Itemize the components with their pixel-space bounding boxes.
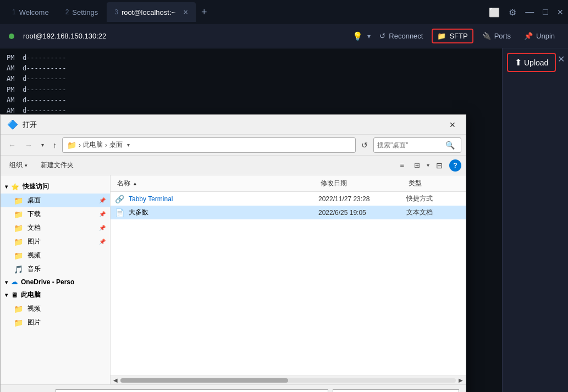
breadcrumb-bar[interactable]: 📁 › 此电脑 › 桌面 ▾	[62, 137, 356, 153]
desktop-pin-icon: 📌	[99, 197, 106, 203]
tab-close-terminal[interactable]: ✕	[183, 9, 188, 16]
filetype-select[interactable]: All Files (*.*) ▾	[333, 389, 459, 392]
pictures-pin-icon: 📌	[99, 239, 106, 245]
search-icon: 🔍	[445, 141, 455, 150]
nav-up-button[interactable]: ↑	[49, 139, 60, 152]
pc-videos-icon: 📁	[14, 305, 23, 313]
close-app-button[interactable]: ✕	[557, 8, 564, 16]
toolbar-right: ≡ ⊞ ▾ ⊟ ?	[396, 159, 461, 172]
sidebar-item-desktop[interactable]: 📁 桌面 📌	[1, 194, 110, 207]
col-date-label: 修改日期	[321, 179, 347, 188]
sidebar-item-documents[interactable]: 📁 文档 📌	[1, 221, 110, 235]
hscroll-left-arrow[interactable]: ◀	[112, 377, 119, 383]
reconnect-icon: ↺	[379, 32, 385, 40]
daduoshu-file-label: 大多数	[129, 208, 148, 217]
dialog-close-button[interactable]: ✕	[446, 119, 459, 130]
documents-folder-icon: 📁	[14, 224, 23, 233]
ports-label: Ports	[494, 32, 511, 40]
new-folder-button[interactable]: 新建文件夹	[36, 159, 78, 172]
pc-label: 此电脑	[21, 290, 41, 300]
col-name[interactable]: 名称 ▲	[115, 178, 318, 189]
hscroll-track[interactable]	[120, 378, 456, 383]
unpin-icon: 📌	[524, 32, 533, 40]
view-toggle-button[interactable]: ≡	[396, 159, 407, 171]
ports-button[interactable]: 🔌 Ports	[478, 30, 515, 42]
dialog-titlebar: 🔷 打开 ✕	[1, 115, 466, 135]
sidebar-item-videos[interactable]: 📁 视频	[1, 249, 110, 262]
sidebar-item-downloads[interactable]: 📁 下载 📌	[1, 207, 110, 221]
tabby-file-label: Tabby Terminal	[129, 195, 173, 203]
hscroll-right-arrow[interactable]: ▶	[457, 377, 465, 383]
downloads-pin-icon: 📌	[99, 211, 106, 217]
file-item-tabby[interactable]: 🔗 Tabby Terminal 2022/11/27 23:28 快捷方式	[111, 192, 466, 206]
dialog-title-text: 打开	[23, 120, 446, 130]
nav-forward-button[interactable]: →	[21, 139, 36, 152]
quick-access-header[interactable]: ▾ ⭐ 快速访问	[1, 180, 110, 194]
pane-toggle-button[interactable]: ⊟	[433, 159, 446, 172]
settings-icon[interactable]: ⚙	[509, 7, 516, 18]
sidebar-item-pictures[interactable]: 📁 图片 📌	[1, 235, 110, 249]
sidebar-item-pc-pictures[interactable]: 📁 图片	[1, 316, 110, 329]
col-sort-icon: ▲	[133, 181, 137, 186]
breadcrumb-dropdown-icon[interactable]: ▾	[127, 142, 130, 148]
upload-button[interactable]: ⬆ Upload	[507, 53, 556, 72]
file-item-daduoshu[interactable]: 📄 大多数 2022/6/25 19:05 文本文档	[111, 206, 466, 219]
nav-dropdown-button[interactable]: ▾	[38, 140, 47, 150]
pc-expand-icon: ▾	[5, 292, 8, 298]
col-type[interactable]: 类型	[406, 178, 461, 189]
hscroll-bar[interactable]: ◀ ▶	[111, 376, 466, 384]
sidebar-item-pc-videos[interactable]: 📁 视频	[1, 302, 110, 316]
upload-close-button[interactable]: ✕	[558, 54, 565, 64]
sidebar-pc-videos-label: 视频	[27, 304, 41, 313]
search-bar[interactable]: 🔍	[373, 137, 461, 153]
help-button[interactable]: ?	[449, 159, 461, 172]
term-line-1: PM d----------	[7, 53, 561, 63]
daduoshu-file-date: 2022/6/25 19:05	[318, 209, 406, 217]
tabby-file-date: 2022/11/27 23:28	[318, 195, 406, 203]
window-icon[interactable]: ⬜	[489, 7, 500, 18]
organize-button[interactable]: 组织 ▾	[5, 159, 32, 172]
file-name-tabby: 🔗 Tabby Terminal	[115, 195, 318, 203]
star-icon: ⭐	[11, 183, 19, 191]
documents-pin-icon: 📌	[99, 225, 106, 231]
view-dropdown-icon[interactable]: ▾	[427, 162, 429, 168]
tab-terminal[interactable]: 3 root@localhost:~ ✕	[107, 2, 196, 22]
nav-back-button[interactable]: ←	[5, 139, 19, 152]
filename-input[interactable]: 大多数 ▾	[56, 389, 328, 392]
search-input[interactable]	[377, 141, 443, 149]
unpin-button[interactable]: 📌 Unpin	[520, 30, 559, 42]
maximize-button[interactable]: □	[543, 7, 548, 17]
term-line-3: AM d----------	[7, 74, 561, 84]
pc-header[interactable]: ▾ 🖥 此电脑	[1, 288, 110, 302]
tab-bar: 1 Welcome 2 Settings 3 root@localhost:~ …	[0, 0, 568, 24]
view-list-button[interactable]: ⊞	[411, 159, 423, 171]
connection-actions: 💡 ▾ ↺ Reconnect 📁 SFTP 🔌 Ports 📌 Unpin	[352, 29, 559, 43]
minimize-button[interactable]: —	[525, 7, 534, 17]
dialog-filelist: 名称 ▲ 修改日期 类型 🔗 Tabby Termin	[111, 175, 466, 384]
col-date[interactable]: 修改日期	[318, 178, 406, 189]
term-line-2: AM d----------	[7, 63, 561, 74]
refresh-button[interactable]: ↺	[358, 139, 371, 152]
tab-label-settings: Settings	[72, 8, 98, 16]
onedrive-header[interactable]: ▾ ☁ OneDrive - Perso	[1, 276, 110, 288]
tab-add-button[interactable]: +	[197, 7, 212, 18]
breadcrumb-sep: ›	[105, 141, 107, 149]
sidebar-item-music[interactable]: 🎵 音乐	[1, 262, 110, 276]
breadcrumb-desktop: 桌面	[109, 140, 123, 150]
tab-label-terminal: root@localhost:~	[122, 8, 175, 16]
tab-actions: ⬜ ⚙ — □ ✕	[489, 7, 564, 18]
connection-host: root@192.168.150.130:22	[23, 32, 106, 40]
bulb-icon[interactable]: 💡	[352, 31, 363, 41]
reconnect-button[interactable]: ↺ Reconnect	[375, 30, 427, 42]
sidebar-music-label: 音乐	[27, 264, 41, 274]
tab-settings[interactable]: 2 Settings	[58, 2, 106, 22]
quick-access-expand-icon: ▾	[5, 184, 8, 190]
bulb-dropdown[interactable]: ▾	[367, 32, 371, 40]
main-area: PM d---------- AM d---------- AM d------…	[0, 48, 568, 392]
tab-welcome[interactable]: 1 Welcome	[4, 2, 57, 22]
tabby-file-icon: 🔗	[115, 195, 124, 203]
sftp-button[interactable]: 📁 SFTP	[432, 29, 473, 43]
tab-number-2: 2	[65, 8, 69, 16]
onedrive-label: OneDrive - Perso	[21, 278, 74, 286]
sidebar-pictures-label: 图片	[27, 237, 41, 246]
